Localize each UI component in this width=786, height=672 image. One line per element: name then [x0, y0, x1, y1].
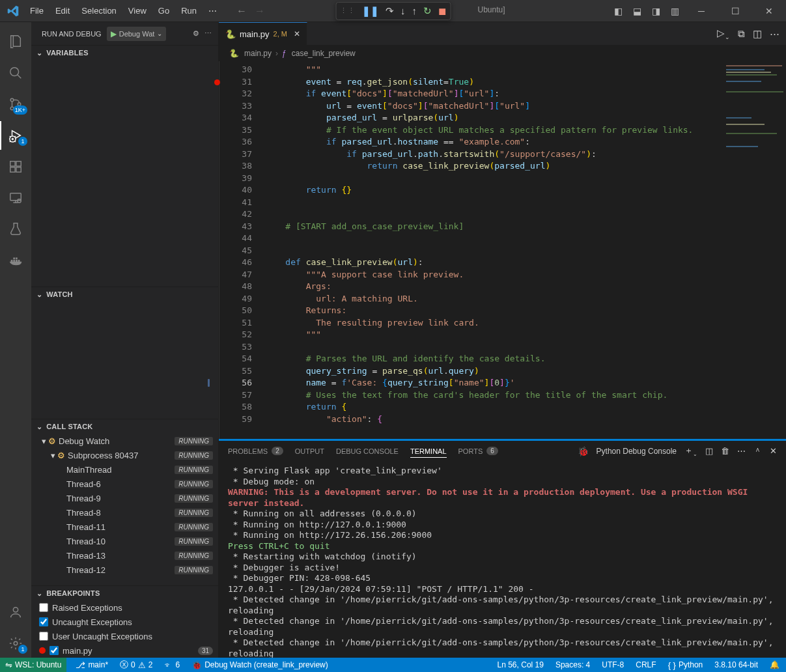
- breakpoint-row[interactable]: Uncaught Exceptions: [31, 615, 218, 629]
- panel-tab-label: OUTPUT: [295, 447, 324, 455]
- minimap[interactable]: [722, 61, 786, 439]
- encoding-status[interactable]: UTF-8: [599, 660, 626, 669]
- panel-tab-output[interactable]: OUTPUT: [295, 445, 324, 458]
- split-icon[interactable]: ◫: [753, 28, 762, 40]
- menu-edit[interactable]: Edit: [50, 3, 75, 18]
- menu-go[interactable]: Go: [153, 3, 175, 18]
- nav-back-icon[interactable]: ←: [236, 5, 247, 17]
- git-branch[interactable]: ⎇ main*: [73, 660, 111, 670]
- nav-forward-icon[interactable]: →: [255, 5, 265, 17]
- pause-icon[interactable]: ❚❚: [362, 5, 379, 17]
- close-icon[interactable]: ✕: [294, 29, 300, 38]
- activity-accounts-icon[interactable]: [0, 598, 31, 626]
- eol-status[interactable]: CRLF: [633, 660, 658, 669]
- section-callstack-header[interactable]: ⌄ CALL STACK: [31, 419, 218, 434]
- activity-search-icon[interactable]: [0, 59, 31, 87]
- line-gutter[interactable]: 3031323334353637383940414243444546474849…: [219, 61, 259, 439]
- window-close-icon[interactable]: ✕: [755, 6, 783, 16]
- menu-selection[interactable]: Selection: [76, 3, 121, 18]
- breakpoint-row[interactable]: Raised Exceptions: [31, 600, 218, 615]
- problems-status[interactable]: ⓧ 0 ⚠ 2: [117, 659, 155, 671]
- new-terminal-icon[interactable]: ＋⌄: [684, 445, 697, 457]
- kill-terminal-icon[interactable]: 🗑: [721, 446, 729, 456]
- maximize-panel-icon[interactable]: ＾: [753, 445, 762, 457]
- section-breakpoints-header[interactable]: ⌄ BREAKPOINTS: [31, 586, 218, 600]
- layout-custom-icon[interactable]: ▥: [668, 3, 682, 19]
- callstack-row[interactable]: Thread-12RUNNING: [31, 563, 218, 577]
- activity-debug-icon[interactable]: 1: [0, 121, 31, 150]
- run-icon[interactable]: ▷⌄: [717, 27, 730, 40]
- callstack-row[interactable]: Thread-9RUNNING: [31, 491, 218, 505]
- branch-label: main*: [88, 660, 108, 669]
- remote-indicator[interactable]: ⇋ WSL: Ubuntu: [0, 658, 66, 672]
- menu-view[interactable]: View: [123, 3, 152, 18]
- layout-bottom-icon[interactable]: ⬓: [630, 3, 644, 19]
- indentation-status[interactable]: Spaces: 4: [553, 660, 593, 669]
- layout-left-icon[interactable]: ◧: [611, 3, 625, 19]
- activity-settings-icon[interactable]: 1: [0, 629, 31, 658]
- breakpoint-checkbox[interactable]: [39, 632, 48, 641]
- breadcrumb-file[interactable]: main.py: [244, 49, 272, 58]
- activity-extensions-icon[interactable]: [0, 152, 31, 181]
- debug-floating-toolbar[interactable]: ⋮⋮ ❚❚ ↷ ↓ ↑ ↻ ◼: [335, 2, 451, 20]
- activity-remote-icon[interactable]: [0, 184, 31, 212]
- code-area[interactable]: """ event = req.get_json(silent=True) if…: [259, 61, 722, 439]
- callstack-row[interactable]: Thread-6RUNNING: [31, 477, 218, 491]
- compare-icon[interactable]: ⧉: [738, 28, 745, 40]
- debug-config-dropdown[interactable]: ▶ Debug Wat ⌄: [107, 27, 167, 41]
- breakpoint-checkbox[interactable]: [49, 646, 59, 655]
- callstack-row[interactable]: Thread-13RUNNING: [31, 548, 218, 563]
- close-panel-icon[interactable]: ✕: [770, 446, 777, 456]
- menu-run[interactable]: Run: [176, 3, 202, 18]
- split-terminal-icon[interactable]: ◫: [705, 446, 713, 456]
- breadcrumb-symbol[interactable]: case_link_preview: [292, 49, 356, 58]
- layout-right-icon[interactable]: ◨: [649, 3, 663, 19]
- panel-tab-terminal[interactable]: TERMINAL: [410, 445, 447, 458]
- language-mode[interactable]: { } Python: [666, 660, 706, 670]
- stop-icon[interactable]: ◼: [438, 5, 446, 17]
- callstack-row[interactable]: Thread-8RUNNING: [31, 505, 218, 520]
- python-interpreter[interactable]: 3.8.10 64-bit: [712, 660, 761, 669]
- window-maximize-icon[interactable]: ☐: [721, 6, 750, 16]
- more-icon[interactable]: ⋯: [204, 29, 212, 38]
- debug-status[interactable]: 🐞 Debug Watch (create_link_preview): [189, 660, 331, 670]
- gear-icon[interactable]: ⚙: [193, 29, 199, 38]
- callstack-row[interactable]: Thread-11RUNNING: [31, 520, 218, 534]
- more-icon[interactable]: ⋯: [737, 446, 746, 456]
- breakpoint-checkbox[interactable]: [39, 617, 48, 626]
- panel-tab-debug-console[interactable]: DEBUG CONSOLE: [336, 445, 399, 458]
- chevron-down-icon: ⌄: [36, 49, 42, 57]
- tab-main-py[interactable]: 🐍 main.py 2, M ✕: [219, 22, 307, 45]
- activity-testing-icon[interactable]: [0, 215, 31, 244]
- cursor-position[interactable]: Ln 56, Col 19: [495, 660, 546, 669]
- callstack-row[interactable]: Thread-10RUNNING: [31, 534, 218, 548]
- step-over-icon[interactable]: ↷: [386, 5, 394, 17]
- breadcrumb[interactable]: 🐍 main.py › ƒ case_link_preview: [219, 46, 786, 61]
- section-watch-header[interactable]: ⌄ WATCH: [31, 287, 218, 301]
- ports-status[interactable]: ᯤ 6: [161, 660, 182, 670]
- menu-more[interactable]: ⋯: [203, 3, 222, 18]
- terminal-profile-label[interactable]: Python Debug Console: [597, 447, 677, 456]
- activity-docker-icon[interactable]: [0, 246, 31, 275]
- notifications-icon[interactable]: 🔔: [767, 660, 782, 669]
- callstack-row[interactable]: ▾⚙Subprocess 80437RUNNING: [31, 448, 218, 462]
- terminal-output[interactable]: * Serving Flask app 'create_link_preview…: [219, 462, 786, 658]
- restart-icon[interactable]: ↻: [423, 5, 432, 17]
- more-icon[interactable]: ⋯: [770, 28, 779, 40]
- breakpoint-row[interactable]: User Uncaught Exceptions: [31, 629, 218, 643]
- step-out-icon[interactable]: ↑: [412, 5, 417, 16]
- editor[interactable]: 3031323334353637383940414243444546474849…: [219, 61, 786, 439]
- section-variables-header[interactable]: ⌄ VARIABLES: [31, 46, 218, 60]
- activity-scm-icon[interactable]: 1K+: [0, 90, 31, 119]
- menu-file[interactable]: File: [25, 3, 49, 18]
- callstack-row[interactable]: MainThreadRUNNING: [31, 462, 218, 477]
- step-into-icon[interactable]: ↓: [400, 5, 406, 16]
- breakpoint-checkbox[interactable]: [39, 603, 48, 612]
- panel-tab-problems[interactable]: PROBLEMS 2: [228, 444, 283, 458]
- window-minimize-icon[interactable]: ─: [687, 6, 716, 16]
- panel-tab-ports[interactable]: PORTS 6: [458, 444, 498, 458]
- callstack-row[interactable]: ▾⚙Debug WatchRUNNING: [31, 434, 218, 448]
- breakpoint-row[interactable]: main.py31: [31, 643, 218, 658]
- drag-handle-icon[interactable]: ⋮⋮: [340, 7, 356, 15]
- activity-explorer-icon[interactable]: [0, 27, 31, 56]
